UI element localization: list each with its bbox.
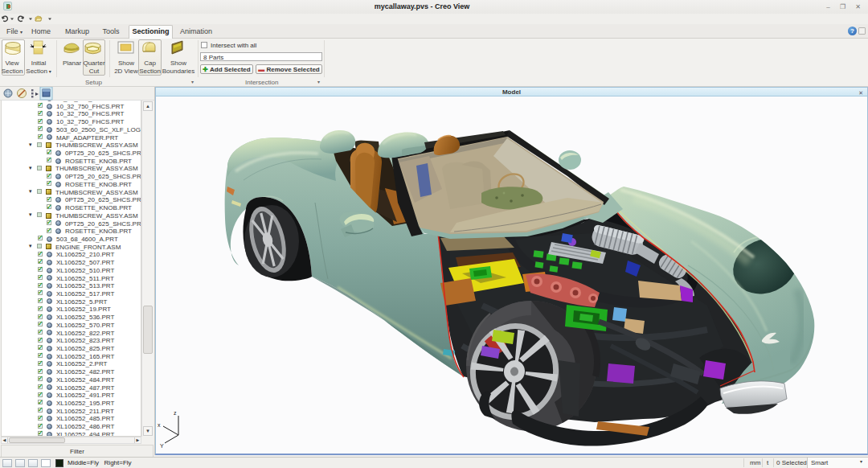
svg-text:x: x: [158, 422, 161, 428]
svg-text:z: z: [174, 410, 177, 416]
svg-text:Y: Y: [160, 443, 164, 449]
